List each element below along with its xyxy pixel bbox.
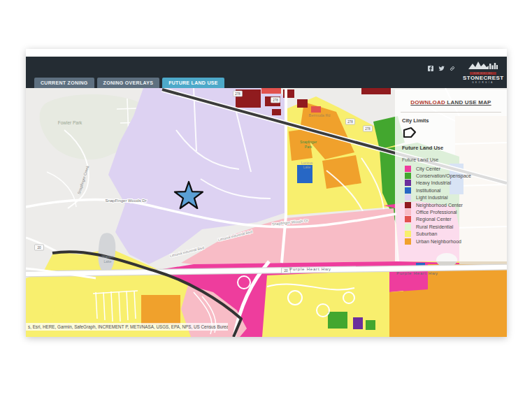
swatch-light-industrial [405, 194, 411, 201]
fowler-park-label: Fowler Park [58, 120, 82, 125]
legend-item: Institutional [405, 187, 507, 194]
future-land-use-layer-title: Future Land Use [402, 157, 507, 162]
waldon-lake-label-line1: Waldon [102, 254, 114, 259]
lake-label-line1: Lucious [301, 161, 313, 165]
swatch-neighborhood-center [405, 202, 411, 208]
legend-item: Light Industrial [405, 194, 507, 201]
region-urban-sw [141, 295, 180, 324]
tab-bar: CURRENT ZONING ZONING OVERLAYS FUTURE LA… [34, 78, 224, 88]
page-top-strip [26, 49, 507, 57]
region-heavy-industrial [353, 317, 363, 329]
legend-divider [401, 112, 501, 113]
legend-item: Urban Neighborhood [405, 238, 507, 245]
legend-item: City Center [405, 165, 507, 172]
waldon-lake-label-line2: Lake [104, 259, 112, 264]
swatch-suburban [405, 231, 411, 237]
legend-item: Regional Center [405, 216, 507, 223]
region-green-4 [366, 320, 375, 330]
legend-panel: DOWNLOAD LAND USE MAP City Limits Future… [395, 89, 507, 261]
swatch-heavy-industrial [405, 180, 411, 186]
map-attribution: s, Esri, HERE, Garmin, SafeGraph, INCREM… [26, 323, 228, 331]
facebook-icon[interactable] [428, 66, 433, 71]
city-limits-symbol [402, 127, 507, 139]
park-label-line1: Snapfinger [300, 140, 317, 144]
download-link-highlight: DOWNLOAD [410, 99, 445, 106]
tab-future-land-use[interactable]: FUTURE LAND USE [162, 78, 224, 88]
download-land-use-map-link[interactable]: DOWNLOAD LAND USE MAP [395, 99, 507, 106]
svg-text:278: 278 [273, 99, 278, 102]
legend-item: Heavy Industrial [405, 180, 507, 187]
tab-current-zoning[interactable]: CURRENT ZONING [34, 78, 94, 88]
app-window: CURRENT ZONING ZONING OVERLAYS FUTURE LA… [26, 49, 507, 337]
legend-item: Office Professional [405, 208, 507, 215]
logo-subtitle: GEORGIA [463, 81, 503, 84]
purple-heart-hwy-label-2: Purple Heart Hwy [396, 271, 438, 275]
swatch-institutional [405, 187, 411, 194]
app-header: CURRENT ZONING ZONING OVERLAYS FUTURE LA… [26, 57, 507, 88]
svg-text:278: 278 [235, 92, 240, 96]
svg-text:278: 278 [365, 127, 371, 131]
download-link-rest: LAND USE MAP [445, 99, 491, 106]
snapfinger-woods-dr-label: SnapFinger Woods Dr [105, 199, 146, 203]
legend-item: Neighborhood Center [405, 201, 507, 208]
mountain-skyline-icon [468, 61, 498, 69]
lake-label-line2: Lake [303, 166, 311, 169]
region-green-3 [328, 312, 347, 329]
swatch-urban-neighborhood [405, 238, 411, 245]
legend-item: Conservation/Openspace [405, 172, 507, 179]
legend-item: Rural Residential [405, 223, 507, 230]
swatch-conservation [405, 173, 411, 179]
city-limits-label: City Limits [402, 117, 507, 124]
svg-text:20: 20 [37, 246, 41, 250]
future-land-use-title: Future Land Use [402, 145, 507, 151]
bermuda-rd-label: Bermuda Rd [309, 113, 331, 117]
swatch-rural-residential [405, 224, 411, 230]
twitter-icon[interactable] [438, 66, 445, 71]
link-icon[interactable] [450, 66, 455, 71]
swatch-office-professional [405, 209, 411, 215]
social-links [428, 66, 455, 71]
svg-text:20: 20 [284, 269, 288, 273]
logo-name: STONECREST [463, 75, 503, 81]
swatch-regional-center [405, 216, 411, 222]
polygon-outline-icon [402, 127, 417, 138]
legend-item: Suburban [405, 231, 507, 238]
tab-zoning-overlays[interactable]: ZONING OVERLAYS [97, 78, 160, 88]
map-container: 278 278 278 278 20 20 Fowler Park Snapfi… [26, 88, 507, 337]
stonecrest-logo[interactable]: THE CITY OF STONECREST GEORGIA [463, 59, 503, 85]
purple-heart-hwy-label-1: Purple Heart Hwy [289, 267, 331, 271]
swatch-city-center [405, 166, 411, 172]
park-label-line2: Park [305, 145, 312, 149]
svg-text:278: 278 [347, 120, 353, 124]
